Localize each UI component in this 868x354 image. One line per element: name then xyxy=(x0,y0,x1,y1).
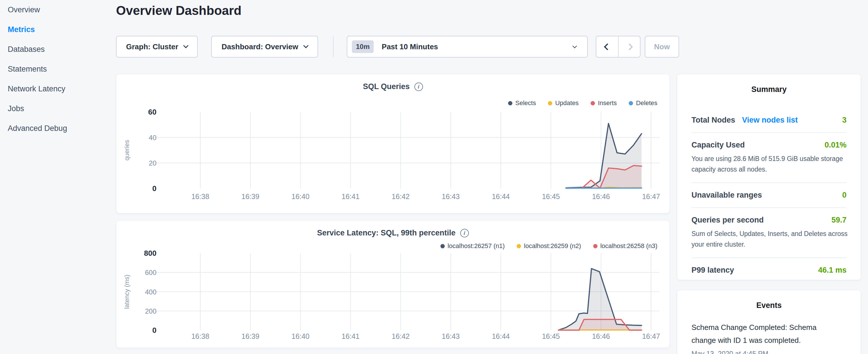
chart-legend: localhost:26257 (n1)localhost:26259 (n2)… xyxy=(440,242,657,250)
svg-text:16:45: 16:45 xyxy=(542,332,560,340)
svg-text:latency (ms): latency (ms) xyxy=(123,275,130,309)
chevron-left-icon xyxy=(604,43,611,50)
chevron-down-icon xyxy=(183,43,188,48)
graph-dropdown[interactable]: Graph: Cluster xyxy=(116,36,198,58)
legend-dot-icon xyxy=(548,101,552,105)
svg-text:20: 20 xyxy=(149,159,156,167)
sql-queries-chart-card: SQL Queries i SelectsUpdatesInsertsDelet… xyxy=(116,74,670,213)
svg-text:16:38: 16:38 xyxy=(191,192,210,200)
legend-item: Inserts xyxy=(591,99,617,107)
time-range-badge: 10m xyxy=(352,40,374,53)
legend-item: Deletes xyxy=(629,99,657,107)
legend-item: Selects xyxy=(508,99,536,107)
legend-item: localhost:26258 (n3) xyxy=(593,242,657,250)
sidebar: Overview Metrics Databases Statements Ne… xyxy=(0,0,115,138)
svg-text:16:44: 16:44 xyxy=(492,332,510,340)
svg-text:800: 800 xyxy=(144,249,156,257)
sidebar-item-statements[interactable]: Statements xyxy=(0,59,115,79)
svg-text:0: 0 xyxy=(152,184,156,193)
queries-per-second-description: Sum of Selects, Updates, Inserts, and De… xyxy=(691,229,855,250)
svg-text:16:43: 16:43 xyxy=(442,192,460,200)
view-nodes-list-link[interactable]: View nodes list xyxy=(742,116,798,125)
p99-latency-label: P99 latency xyxy=(691,266,734,275)
legend-item: localhost:26257 (n1) xyxy=(440,242,505,250)
sidebar-item-network-latency[interactable]: Network Latency xyxy=(0,79,115,99)
svg-text:16:41: 16:41 xyxy=(342,192,360,200)
legend-dot-icon xyxy=(591,101,595,105)
sidebar-item-databases[interactable]: Databases xyxy=(0,39,115,59)
now-button-label: Now xyxy=(654,42,670,51)
total-nodes-label: Total Nodes xyxy=(691,116,735,125)
legend-dot-icon xyxy=(593,244,597,248)
svg-text:16:39: 16:39 xyxy=(241,192,259,200)
svg-text:16:46: 16:46 xyxy=(592,332,610,340)
events-title: Events xyxy=(677,301,861,310)
graph-dropdown-label: Graph: Cluster xyxy=(126,42,178,51)
svg-text:queries: queries xyxy=(123,140,130,160)
events-panel: Events Schema Change Completed: Schema c… xyxy=(677,290,861,354)
queries-per-second-label: Queries per second xyxy=(691,216,764,225)
chart-title: SQL Queries xyxy=(363,82,409,91)
sidebar-item-metrics[interactable]: Metrics xyxy=(0,20,115,39)
p99-latency-row: P99 latency 46.1 ms xyxy=(691,258,846,282)
dashboard-dropdown-label: Dashboard: Overview xyxy=(221,42,298,51)
chart-legend: SelectsUpdatesInsertsDeletes xyxy=(508,99,657,107)
capacity-used-description: You are using 28.6 MiB of 515.9 GiB usab… xyxy=(691,154,855,175)
sidebar-item-jobs[interactable]: Jobs xyxy=(0,99,115,119)
legend-item: localhost:26259 (n2) xyxy=(517,242,581,250)
svg-text:400: 400 xyxy=(145,288,156,296)
svg-text:16:38: 16:38 xyxy=(191,332,210,340)
time-range-label: Past 10 Minutes xyxy=(382,42,438,51)
capacity-used-label: Capacity Used xyxy=(691,141,745,150)
chart-title: Service Latency: SQL, 99th percentile xyxy=(317,229,455,237)
svg-text:16:43: 16:43 xyxy=(442,332,460,340)
p99-latency-value: 46.1 ms xyxy=(818,266,846,275)
sidebar-item-overview[interactable]: Overview xyxy=(0,0,115,20)
chevron-down-icon xyxy=(303,43,308,48)
svg-text:200: 200 xyxy=(145,307,156,315)
queries-per-second-value: 59.7 xyxy=(831,216,846,225)
legend-dot-icon xyxy=(629,101,633,105)
chevron-right-icon xyxy=(626,43,633,50)
info-icon[interactable]: i xyxy=(460,229,469,237)
svg-text:16:40: 16:40 xyxy=(291,332,309,340)
time-forward-button[interactable] xyxy=(618,36,640,57)
legend-dot-icon xyxy=(508,101,513,105)
legend-dot-icon xyxy=(440,244,445,248)
sql-queries-chart-plot[interactable]: 16:3816:3916:4016:4116:4216:4316:4416:45… xyxy=(116,108,670,209)
svg-text:16:40: 16:40 xyxy=(291,192,309,200)
unavailable-ranges-row: Unavailable ranges 0 xyxy=(691,183,846,208)
capacity-used-value: 0.01% xyxy=(825,141,846,150)
sidebar-item-advanced-debug[interactable]: Advanced Debug xyxy=(0,119,115,138)
unavailable-ranges-value: 0 xyxy=(842,191,846,200)
svg-text:16:42: 16:42 xyxy=(392,192,410,200)
legend-dot-icon xyxy=(517,244,521,248)
unavailable-ranges-label: Unavailable ranges xyxy=(691,191,762,200)
svg-text:16:46: 16:46 xyxy=(592,192,610,200)
overview-dashboard-page: Overview Metrics Databases Statements Ne… xyxy=(0,0,868,354)
svg-text:600: 600 xyxy=(145,269,156,277)
svg-text:16:44: 16:44 xyxy=(492,192,510,200)
svg-text:0: 0 xyxy=(152,326,156,334)
svg-text:16:41: 16:41 xyxy=(342,332,360,340)
svg-text:16:45: 16:45 xyxy=(542,192,560,200)
legend-item: Updates xyxy=(548,99,579,107)
info-icon[interactable]: i xyxy=(414,83,423,91)
time-back-button[interactable] xyxy=(596,36,618,57)
svg-text:16:42: 16:42 xyxy=(392,332,410,340)
svg-text:16:47: 16:47 xyxy=(642,192,660,200)
svg-text:40: 40 xyxy=(149,134,156,141)
chevron-down-icon xyxy=(572,43,577,48)
queries-per-second-row: Queries per second 59.7 Sum of Selects, … xyxy=(691,208,846,258)
summary-title: Summary xyxy=(677,85,861,94)
capacity-used-row: Capacity Used 0.01% You are using 28.6 M… xyxy=(691,133,846,183)
total-nodes-value: 3 xyxy=(842,116,846,125)
summary-panel: Summary Total Nodes View nodes list 3 Ca… xyxy=(677,74,861,280)
dashboard-dropdown[interactable]: Dashboard: Overview xyxy=(211,36,318,58)
time-range-selector[interactable]: 10m Past 10 Minutes xyxy=(347,36,588,58)
svg-text:16:47: 16:47 xyxy=(642,332,660,340)
service-latency-chart-plot[interactable]: 16:3816:3916:4016:4116:4216:4316:4416:45… xyxy=(116,249,670,347)
now-button[interactable]: Now xyxy=(645,36,679,58)
event-list-item[interactable]: Schema Change Completed: Schema change w… xyxy=(691,321,849,354)
event-message: Schema Change Completed: Schema change w… xyxy=(691,321,826,347)
